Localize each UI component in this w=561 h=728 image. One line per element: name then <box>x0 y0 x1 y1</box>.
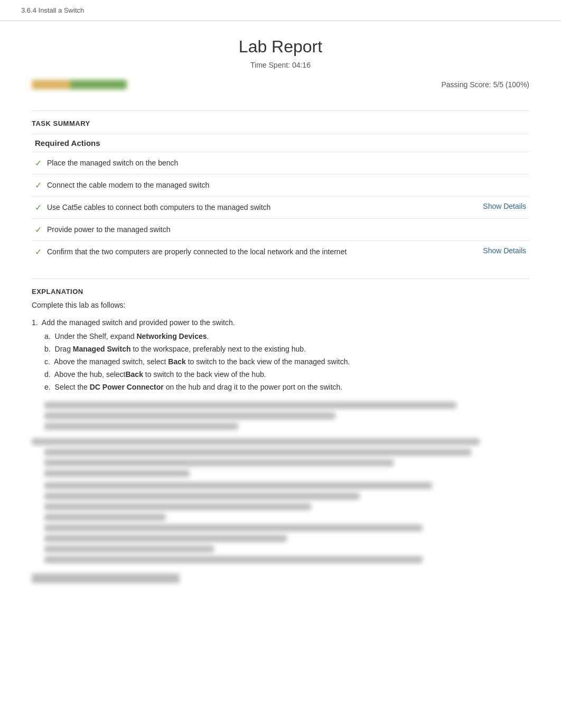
score-left <box>32 80 127 89</box>
action-text-5: Confirm that the two computers are prope… <box>47 246 476 257</box>
check-icon-5: ✓ <box>35 247 42 257</box>
action-item-2: ✓ Connect the cable modem to the managed… <box>32 174 529 196</box>
main-content: Lab Report Time Spent: 04:16 Passing Sco… <box>0 21 561 604</box>
action-text-4: Provide power to the managed switch <box>47 224 526 235</box>
page-title: Lab Report <box>32 37 529 57</box>
section-divider-top <box>32 110 529 111</box>
action-text-3: Use Cat5e cables to connect both compute… <box>47 202 476 213</box>
check-icon-2: ✓ <box>35 180 42 190</box>
action-item-3: ✓ Use Cat5e cables to connect both compu… <box>32 196 529 218</box>
explanation-label: EXPLANATION <box>32 288 529 296</box>
step-1-text: Add the managed switch and provided powe… <box>42 318 235 327</box>
substep-1a: a. Under the Shelf, expand Networking De… <box>44 330 529 343</box>
step-1-substeps: a. Under the Shelf, expand Networking De… <box>44 330 529 393</box>
passing-score: Passing Score: 5/5 (100%) <box>441 80 529 89</box>
explanation-section: EXPLANATION Complete this lab as follows… <box>32 279 529 583</box>
blurred-content-1 <box>44 402 529 430</box>
action-item-5: ✓ Confirm that the two computers are pro… <box>32 241 529 263</box>
substep-1e-bold: DC Power Connector <box>90 383 164 391</box>
section-divider-explanation <box>32 279 529 279</box>
substep-1a-bold: Networking Devices <box>136 332 207 340</box>
substep-1b: b. Drag Managed Switch to the workspace,… <box>44 343 529 356</box>
breadcrumb: 3.6.4 Install a Switch <box>21 6 84 14</box>
blurred-content-2 <box>32 438 529 563</box>
explanation-steps: 1. Add the managed switch and provided p… <box>32 317 529 393</box>
top-bar: 3.6.4 Install a Switch <box>0 0 561 21</box>
check-icon-3: ✓ <box>35 202 42 213</box>
required-actions-label: Required Actions <box>32 134 529 152</box>
action-text-2: Connect the cable modem to the managed s… <box>47 180 526 191</box>
show-details-link-3[interactable]: Show Details <box>483 202 526 210</box>
substep-1d: d. Above the hub, selectBack to switch t… <box>44 368 529 381</box>
step-1-number: 1. <box>32 318 38 327</box>
substep-1d-bold: Back <box>125 370 143 379</box>
substep-1c: c. Above the managed switch, select Back… <box>44 356 529 368</box>
step-1: 1. Add the managed switch and provided p… <box>32 317 529 393</box>
check-icon-4: ✓ <box>35 225 42 235</box>
score-bar-blurred <box>32 80 127 89</box>
substep-1e: e. Select the DC Power Connector on the … <box>44 381 529 394</box>
action-item-4: ✓ Provide power to the managed switch <box>32 218 529 241</box>
explanation-intro: Complete this lab as follows: <box>32 301 529 309</box>
action-text-1: Place the managed switch on the bench <box>47 158 526 169</box>
blurred-footer <box>32 574 180 583</box>
score-row: Passing Score: 5/5 (100%) <box>32 80 529 95</box>
check-icon-1: ✓ <box>35 158 42 168</box>
time-spent: Time Spent: 04:16 <box>32 61 529 69</box>
show-details-link-5[interactable]: Show Details <box>483 246 526 255</box>
time-spent-label: Time Spent: <box>250 61 290 69</box>
time-spent-value: 04:16 <box>292 61 311 69</box>
substep-1b-bold: Managed Switch <box>73 345 131 353</box>
action-item-1: ✓ Place the managed switch on the bench <box>32 152 529 174</box>
substep-1c-bold: Back <box>168 357 185 366</box>
task-summary-label: TASK SUMMARY <box>32 119 529 127</box>
